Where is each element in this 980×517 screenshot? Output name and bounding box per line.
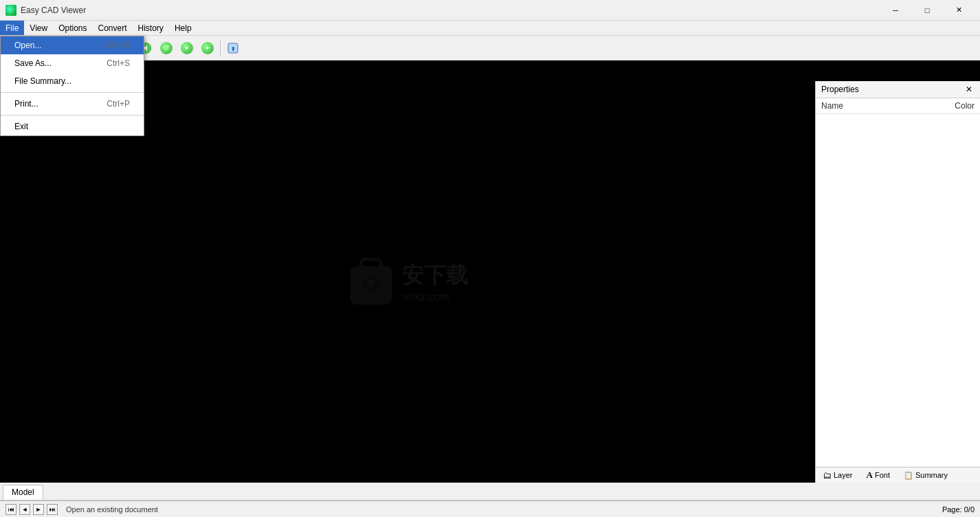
menu-file[interactable]: File [0,21,24,35]
app-icon [5,5,16,16]
menu-bar: File View Options Convert History Help O… [0,21,980,36]
toolbar-refresh-btn[interactable]: ↺ [157,38,176,58]
prop-color-header: Color [955,101,975,111]
menu-file-summary[interactable]: File Summary... [1,72,144,90]
nav-first-btn[interactable]: ⏮ [5,504,16,515]
properties-content [816,114,980,467]
status-right: Page: 0/0 [942,505,975,514]
toolbar: ⊞ + − 🔍 ↺ [0,36,980,60]
menu-exit[interactable]: Exit [1,118,144,135]
menu-history[interactable]: History [133,21,169,35]
status-left: ⏮ ◄ ► ⏭ Open an existing document [5,504,158,515]
main-area: 安下载 anxz.com Properties ✕ Name Color 🗂 L… [0,81,980,483]
toolbar-action1-btn[interactable]: ✦ [198,38,217,58]
properties-header: Properties ✕ [816,81,980,98]
app-title: Easy CAD Viewer [21,6,880,15]
menu-help[interactable]: Help [169,21,197,35]
bottom-tab-font[interactable]: A Font [862,470,894,481]
title-bar: Easy CAD Viewer ─ □ ✕ [0,0,980,21]
banner: p://wwww.benzsoft.com [0,60,980,81]
nav-last-btn[interactable]: ⏭ [47,504,58,515]
page-info: Page: 0/0 [942,505,975,514]
menu-view[interactable]: View [24,21,53,35]
toolbar-export-btn[interactable]: ⬆ [223,38,243,58]
properties-columns: Name Color [816,98,980,114]
tab-bar: Model [0,483,980,500]
properties-close-btn[interactable]: ✕ [964,84,975,95]
menu-print[interactable]: Print... Ctrl+P [1,95,144,113]
nav-prev-btn[interactable]: ◄ [19,504,30,515]
maximize-button[interactable]: □ [911,0,943,21]
menu-separator-2 [1,115,144,116]
menu-convert[interactable]: Convert [93,21,133,35]
prop-name-header: Name [821,101,955,111]
menu-separator-1 [1,92,144,93]
file-dropdown: Open... Ctrl+O Save As... Ctrl+S File Su… [0,36,144,136]
properties-panel: Properties ✕ Name Color 🗂 Layer A Font 📋… [815,81,980,483]
toolbar-pan-btn[interactable]: ✦ [177,38,197,58]
nav-next-btn[interactable]: ► [33,504,44,515]
menu-save-as[interactable]: Save As... Ctrl+S [1,54,144,72]
canvas-area[interactable]: 安下载 anxz.com [0,81,815,483]
bottom-tab-summary[interactable]: 📋 Summary [900,471,952,480]
bottom-tab-layer[interactable]: 🗂 Layer [818,470,857,481]
properties-title: Properties [821,85,859,94]
properties-bottom-tabs: 🗂 Layer A Font 📋 Summary [816,467,980,483]
menu-options[interactable]: Options [53,21,92,35]
tab-model[interactable]: Model [3,485,43,500]
watermark: 安下载 anxz.com [347,254,468,311]
toolbar-sep-3 [220,41,221,56]
minimize-button[interactable]: ─ [880,0,911,21]
menu-open[interactable]: Open... Ctrl+O [1,36,144,54]
svg-text:⬆: ⬆ [231,46,236,52]
window-controls: ─ □ ✕ [880,0,975,21]
status-message: Open an existing document [66,505,158,514]
close-button[interactable]: ✕ [943,0,975,21]
svg-rect-10 [361,259,381,269]
status-bar: ⏮ ◄ ► ⏭ Open an existing document Page: … [0,500,980,517]
